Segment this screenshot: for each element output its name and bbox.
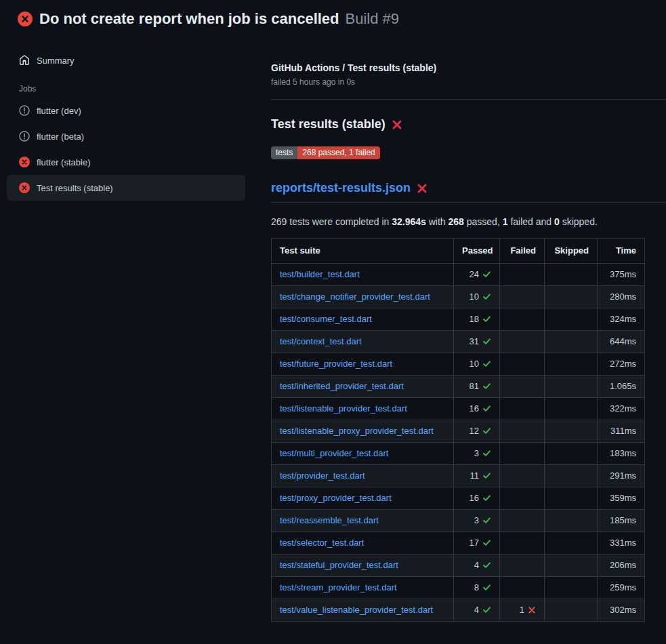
suite-cell: test/context_test.dart xyxy=(272,331,454,353)
skipped-cell xyxy=(545,376,598,398)
check-icon xyxy=(482,538,491,548)
suite-cell: test/proxy_provider_test.dart xyxy=(272,487,454,510)
suite-link[interactable]: test/listenable_provider_test.dart xyxy=(280,403,407,414)
check-icon xyxy=(482,403,491,414)
suite-link[interactable]: test/provider_test.dart xyxy=(280,470,365,481)
test-suite-row: test/context_test.dart31644ms xyxy=(272,331,645,353)
passed-count: 4 xyxy=(474,560,479,570)
skipped-cell xyxy=(545,510,598,532)
test-suite-row: test/change_notifier_provider_test.dart1… xyxy=(272,286,645,308)
main-content: GitHub Actions / Test results (stable) f… xyxy=(251,37,666,622)
sidebar-item-flutter-beta[interactable]: flutter (beta) xyxy=(7,123,245,149)
suite-link[interactable]: test/stateful_provider_test.dart xyxy=(280,560,398,570)
badge-value: 268 passed, 1 failed xyxy=(297,146,379,159)
suite-link[interactable]: test/listenable_proxy_provider_test.dart xyxy=(280,426,434,436)
passed-count: 12 xyxy=(470,426,479,436)
column-header-skipped: Skipped xyxy=(545,239,598,264)
suite-link[interactable]: test/selector_test.dart xyxy=(280,538,364,548)
suite-cell: test/listenable_provider_test.dart xyxy=(272,398,454,420)
time-cell: 359ms xyxy=(598,487,645,510)
suite-cell: test/multi_provider_test.dart xyxy=(272,443,454,465)
results-table-body: test/builder_test.dart24375mstest/change… xyxy=(272,264,645,622)
failed-cell xyxy=(500,308,545,331)
suite-link[interactable]: test/change_notifier_provider_test.dart xyxy=(280,291,430,302)
failed-cell xyxy=(500,510,545,532)
check-icon xyxy=(482,381,491,392)
report-file-link[interactable]: reports/test-results.json xyxy=(271,181,411,195)
suite-link[interactable]: test/future_provider_test.dart xyxy=(280,359,392,369)
test-suite-row: test/listenable_proxy_provider_test.dart… xyxy=(272,420,645,443)
divider xyxy=(271,99,666,100)
suite-link[interactable]: test/inherited_provider_test.dart xyxy=(280,381,404,391)
test-suite-row: test/consumer_test.dart18324ms xyxy=(272,308,645,331)
failed-cell xyxy=(500,331,545,353)
suite-link[interactable]: test/builder_test.dart xyxy=(280,269,360,279)
suite-link[interactable]: test/value_listenable_provider_test.dart xyxy=(280,605,433,615)
job-label: flutter (dev) xyxy=(37,106,81,116)
time-cell: 291ms xyxy=(598,465,645,487)
failed-count: 1 xyxy=(520,605,524,615)
time-cell: 259ms xyxy=(598,577,645,599)
job-label: flutter (stable) xyxy=(37,157,90,167)
test-suite-row: test/future_provider_test.dart10272ms xyxy=(272,353,645,376)
time-cell: 280ms xyxy=(598,286,645,308)
sidebar-item-flutter-stable[interactable]: flutter (stable) xyxy=(7,149,245,175)
suite-cell: test/stateful_provider_test.dart xyxy=(272,555,454,577)
sidebar-item-test-results-stable[interactable]: Test results (stable) xyxy=(7,175,245,201)
test-suite-row: test/value_listenable_provider_test.dart… xyxy=(272,599,645,622)
column-header-failed: Failed xyxy=(500,239,545,264)
skipped-cell xyxy=(545,353,598,376)
suite-link[interactable]: test/proxy_provider_test.dart xyxy=(280,493,392,503)
passed-cell: 18 xyxy=(454,308,500,331)
suite-cell: test/inherited_provider_test.dart xyxy=(272,376,454,398)
passed-cell: 3 xyxy=(454,510,500,532)
check-icon xyxy=(482,448,491,459)
passed-count: 4 xyxy=(474,605,479,615)
test-suite-row: test/provider_test.dart11291ms xyxy=(272,465,645,487)
job-label: Test results (stable) xyxy=(37,183,113,193)
passed-cell: 11 xyxy=(454,465,500,487)
time-cell: 272ms xyxy=(598,353,645,376)
summary-passed-count: 268 xyxy=(449,216,464,227)
passed-count: 81 xyxy=(470,381,479,391)
test-suite-row: test/stateful_provider_test.dart4206ms xyxy=(272,555,645,577)
passed-cell: 8 xyxy=(454,577,500,599)
suite-cell: test/value_listenable_provider_test.dart xyxy=(272,599,454,622)
suite-link[interactable]: test/stream_provider_test.dart xyxy=(280,582,397,592)
sidebar-item-flutter-dev[interactable]: flutter (dev) xyxy=(7,98,245,123)
column-header-passed: Passed xyxy=(454,239,500,264)
failed-cell xyxy=(500,465,545,487)
column-header-time: Time xyxy=(598,239,645,264)
passed-count: 16 xyxy=(470,403,479,414)
skipped-cell xyxy=(545,555,598,577)
x-circle-icon xyxy=(19,157,30,167)
time-cell: 206ms xyxy=(598,555,645,577)
suite-link[interactable]: test/context_test.dart xyxy=(280,336,362,346)
summary-duration: 32.964s xyxy=(392,216,426,227)
passed-cell: 4 xyxy=(454,555,500,577)
passed-count: 31 xyxy=(470,336,479,346)
suite-cell: test/stream_provider_test.dart xyxy=(272,577,454,599)
check-icon xyxy=(482,470,491,481)
breadcrumb: GitHub Actions / Test results (stable) xyxy=(271,62,666,73)
suite-cell: test/reassemble_test.dart xyxy=(272,510,454,532)
skipped-cell xyxy=(545,420,598,443)
suite-link[interactable]: test/multi_provider_test.dart xyxy=(280,448,388,458)
cross-mark-icon xyxy=(392,119,402,130)
suite-link[interactable]: test/consumer_test.dart xyxy=(280,314,372,324)
passed-cell: 16 xyxy=(454,487,500,510)
passed-count: 10 xyxy=(470,291,479,302)
summary-text: skipped. xyxy=(560,216,598,227)
passed-cell: 3 xyxy=(454,443,500,465)
run-title: Do not create report when job is cancell… xyxy=(39,10,339,28)
suite-link[interactable]: test/reassemble_test.dart xyxy=(280,515,379,525)
results-summary: 269 tests were completed in 32.964s with… xyxy=(271,216,666,227)
test-suite-row: test/builder_test.dart24375ms xyxy=(272,264,645,286)
sidebar-item-summary[interactable]: Summary xyxy=(7,47,245,73)
failed-cell xyxy=(500,532,545,555)
failed-cell: 1 xyxy=(500,599,545,622)
suite-cell: test/consumer_test.dart xyxy=(272,308,454,331)
failed-cell xyxy=(500,264,545,286)
skipped-cell xyxy=(545,331,598,353)
column-header-test-suite: Test suite xyxy=(272,239,454,264)
